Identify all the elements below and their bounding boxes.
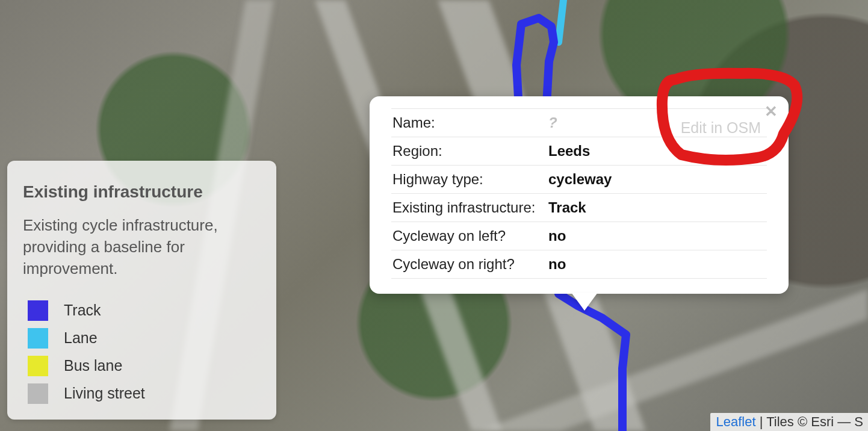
row-label: Region: xyxy=(391,137,547,166)
legend-item-label: Track xyxy=(64,302,101,319)
swatch-icon xyxy=(28,328,48,349)
close-icon[interactable]: ✕ xyxy=(764,104,778,119)
feature-popup: ✕ Edit in OSM Name: ? Region: Leeds High… xyxy=(370,96,789,294)
table-row: Cycleway on right? no xyxy=(391,250,767,279)
swatch-icon xyxy=(28,383,48,404)
row-label: Cycleway on left? xyxy=(391,222,547,250)
edit-in-osm-link[interactable]: Edit in OSM xyxy=(681,119,761,137)
legend-description: Existing cycle infrastructure, providing… xyxy=(23,215,261,280)
row-label: Existing infrastructure: xyxy=(391,194,547,222)
row-value: Leeds xyxy=(547,137,767,166)
legend-item-label: Lane xyxy=(64,329,98,347)
map-attribution: Leaflet | Tiles © Esri — S xyxy=(710,413,868,431)
leaflet-link[interactable]: Leaflet xyxy=(716,414,756,429)
route-track-south xyxy=(559,294,626,431)
row-label: Highway type: xyxy=(391,166,547,194)
table-row: Highway type: cycleway xyxy=(391,166,767,194)
legend-item-track: Track xyxy=(28,300,261,321)
swatch-icon xyxy=(28,356,48,376)
map-canvas[interactable]: Existing infrastructure Existing cycle i… xyxy=(0,0,868,431)
swatch-icon xyxy=(28,300,48,321)
legend-item-label: Living street xyxy=(64,385,145,402)
table-row: Cycleway on left? no xyxy=(391,222,767,250)
route-lane xyxy=(559,0,563,42)
row-value: cycleway xyxy=(547,166,767,194)
row-value: no xyxy=(547,250,767,279)
legend-title: Existing infrastructure xyxy=(23,182,261,202)
legend-items: Track Lane Bus lane Living street xyxy=(28,300,261,404)
table-row: Region: Leeds xyxy=(391,137,767,166)
attribution-text: | Tiles © Esri — S xyxy=(756,414,863,429)
legend-item-bus-lane: Bus lane xyxy=(28,356,261,376)
legend-panel: Existing infrastructure Existing cycle i… xyxy=(7,161,276,420)
legend-item-lane: Lane xyxy=(28,328,261,349)
row-value: Track xyxy=(547,194,767,222)
row-label: Cycleway on right? xyxy=(391,250,547,279)
legend-item-living-street: Living street xyxy=(28,383,261,404)
legend-item-label: Bus lane xyxy=(64,357,122,374)
table-row: Existing infrastructure: Track xyxy=(391,194,767,222)
row-value: no xyxy=(547,222,767,250)
row-label: Name: xyxy=(391,109,547,137)
